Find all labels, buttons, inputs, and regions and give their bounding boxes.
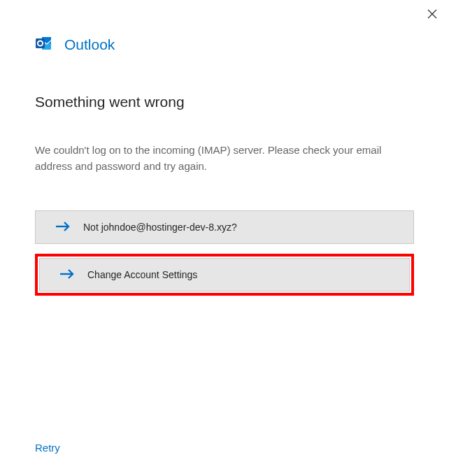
change-account-settings-button[interactable]: Change Account Settings — [39, 258, 410, 291]
change-account-settings-label: Change Account Settings — [87, 269, 197, 280]
brand-name: Outlook — [64, 36, 115, 53]
brand-header: Outlook — [35, 35, 414, 55]
close-button[interactable] — [422, 4, 442, 24]
close-icon — [427, 9, 437, 19]
error-heading: Something went wrong — [35, 94, 414, 110]
error-message: We couldn't log on to the incoming (IMAP… — [35, 143, 399, 174]
arrow-right-icon — [59, 268, 75, 282]
retry-link[interactable]: Retry — [35, 442, 60, 454]
highlighted-option: Change Account Settings — [35, 254, 414, 296]
not-this-email-label: Not johndoe@hostinger-dev-8.xyz? — [83, 222, 237, 233]
outlook-icon — [35, 35, 52, 55]
arrow-right-icon — [55, 221, 71, 234]
not-this-email-button[interactable]: Not johndoe@hostinger-dev-8.xyz? — [35, 210, 414, 244]
